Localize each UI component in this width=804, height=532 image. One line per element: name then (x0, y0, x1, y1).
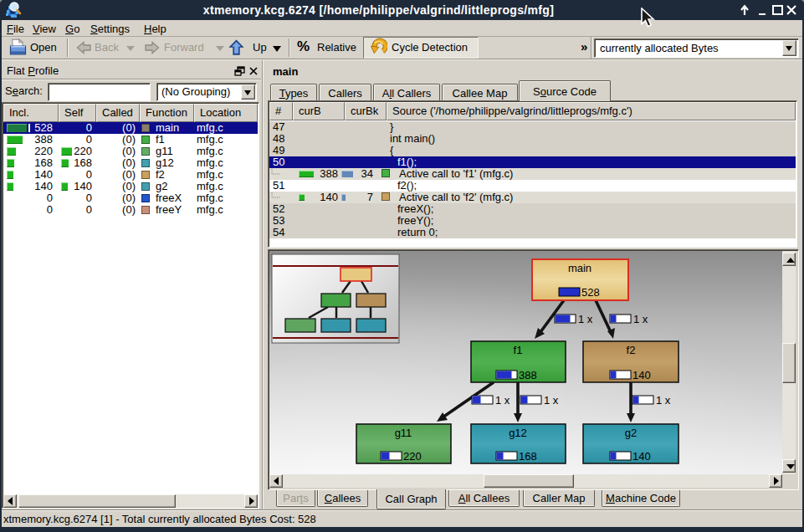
svg-text:140: 140 (632, 450, 651, 463)
svg-text:1 x: 1 x (656, 394, 671, 407)
svg-text:388: 388 (519, 369, 537, 381)
svg-text:f2: f2 (627, 344, 636, 356)
svg-text:1 x: 1 x (544, 394, 559, 407)
svg-text:g11: g11 (395, 427, 412, 439)
svg-text:main: main (568, 262, 591, 274)
svg-text:f1: f1 (514, 344, 523, 356)
svg-text:g2: g2 (625, 427, 637, 439)
svg-text:1 x: 1 x (633, 313, 648, 325)
svg-text:1 x: 1 x (578, 313, 593, 325)
svg-text:1 x: 1 x (495, 394, 510, 407)
svg-text:528: 528 (581, 286, 600, 299)
svg-text:220: 220 (403, 450, 422, 463)
svg-text:168: 168 (519, 450, 537, 463)
svg-text:140: 140 (632, 369, 651, 381)
svg-text:g12: g12 (509, 427, 527, 439)
